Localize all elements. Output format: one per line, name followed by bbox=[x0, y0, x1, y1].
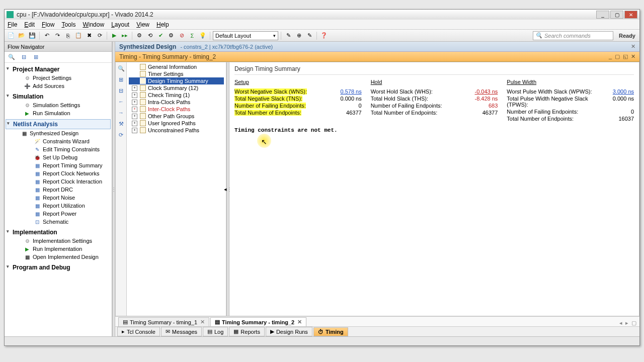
tab-prev-icon[interactable]: ◂ bbox=[619, 320, 622, 326]
redo-icon[interactable]: ↷ bbox=[53, 31, 62, 40]
expand-all-icon[interactable]: ⊞ bbox=[32, 53, 40, 61]
sigma-icon[interactable]: Σ bbox=[188, 31, 197, 40]
nav-sim-settings[interactable]: ⚙Simulation Settings bbox=[6, 101, 111, 109]
close-button[interactable]: ✕ bbox=[624, 11, 637, 19]
bottom-tab-messages[interactable]: ✉Messages bbox=[161, 327, 202, 336]
section-implementation[interactable]: Implementation bbox=[6, 228, 111, 237]
gear-icon[interactable]: ⚙ bbox=[167, 31, 176, 40]
nav-add-sources[interactable]: ➕Add Sources bbox=[6, 82, 111, 90]
tool3-icon[interactable]: ✎ bbox=[305, 31, 314, 40]
back-icon[interactable]: ← bbox=[117, 98, 125, 106]
result-tab[interactable]: ▤Timing Summary - timing_2✕ bbox=[210, 317, 306, 326]
close-icon[interactable]: ✕ bbox=[631, 53, 635, 60]
nav-constraints-wizard[interactable]: 🪄Constraints Wizard bbox=[6, 137, 111, 145]
tool2-icon[interactable]: ⊕ bbox=[294, 31, 303, 40]
impl-icon[interactable]: ⟲ bbox=[145, 31, 154, 40]
bulb-icon[interactable]: 💡 bbox=[198, 31, 207, 40]
bottom-tab-log[interactable]: ▤Log bbox=[203, 327, 228, 336]
bottom-tab-timing[interactable]: ⏱Timing bbox=[313, 327, 348, 336]
tree-item[interactable]: Design Timing Summary bbox=[129, 77, 224, 84]
tree-item[interactable]: Intra-Clock Paths bbox=[129, 99, 224, 106]
row-value[interactable]: 0.578 ns bbox=[332, 88, 362, 95]
reload-icon[interactable]: ⟳ bbox=[117, 131, 125, 139]
tree-item[interactable]: Check Timing (1) bbox=[129, 92, 224, 99]
copy-icon[interactable]: ⎘ bbox=[63, 31, 72, 40]
section-netlist[interactable]: Netlist Analysis bbox=[6, 119, 111, 129]
menu-help[interactable]: Help bbox=[156, 21, 169, 28]
paste-icon[interactable]: 📋 bbox=[74, 31, 83, 40]
filter-icon[interactable]: ⚒ bbox=[117, 120, 125, 128]
tree-item[interactable]: Inter-Clock Paths bbox=[129, 106, 224, 113]
row-value[interactable]: -0.043 ns bbox=[467, 88, 498, 95]
menu-flow[interactable]: Flow bbox=[42, 21, 54, 28]
menu-tools[interactable]: Tools bbox=[61, 21, 75, 28]
close-icon[interactable]: ✕ bbox=[297, 319, 302, 325]
nav-run-sim[interactable]: ▶Run Simulation bbox=[6, 109, 111, 117]
tree-item[interactable]: Other Path Groups bbox=[129, 113, 224, 120]
nav-report-timing[interactable]: ▦Report Timing Summary bbox=[6, 161, 111, 169]
nav-setup-debug[interactable]: 🐞Set Up Debug bbox=[6, 153, 111, 161]
expand-icon[interactable]: ⊞ bbox=[117, 75, 125, 83]
nav-report-power[interactable]: ▦Report Power bbox=[6, 210, 111, 218]
menu-file[interactable]: File bbox=[8, 21, 17, 28]
nav-impl-settings[interactable]: ⚙Implementation Settings bbox=[6, 237, 111, 245]
synth-icon[interactable]: ⚙ bbox=[135, 31, 144, 40]
section-program[interactable]: Program and Debug bbox=[6, 263, 111, 272]
tree-item[interactable]: Clock Summary (12) bbox=[129, 84, 224, 92]
run-icon[interactable]: ▶ bbox=[110, 31, 119, 40]
open-icon[interactable]: 📂 bbox=[17, 31, 26, 40]
search-icon[interactable]: 🔍 bbox=[117, 64, 125, 72]
new-icon[interactable]: 📄 bbox=[7, 31, 16, 40]
refresh-icon[interactable]: ⟳ bbox=[95, 31, 104, 40]
nav-edit-timing[interactable]: ✎Edit Timing Constraints bbox=[6, 145, 111, 153]
close-icon[interactable]: ✕ bbox=[631, 43, 635, 50]
tree-item[interactable]: Unconstrained Paths bbox=[129, 127, 224, 134]
result-tab[interactable]: ▤Timing Summary - timing_1✕ bbox=[118, 317, 209, 326]
tree-item[interactable]: Timer Settings bbox=[129, 70, 224, 77]
nav-report-clock-net[interactable]: ▦Report Clock Networks bbox=[6, 169, 111, 177]
cancel-icon[interactable]: ✖ bbox=[85, 31, 94, 40]
nav-report-util[interactable]: ▦Report Utilization bbox=[6, 202, 111, 210]
menu-layout[interactable]: Layout bbox=[111, 21, 129, 28]
maximize-icon[interactable]: ◱ bbox=[623, 53, 628, 60]
bottom-tab-design-runs[interactable]: ▶Design Runs bbox=[266, 327, 312, 336]
stop-icon[interactable]: ⊘ bbox=[177, 31, 186, 40]
nav-project-settings[interactable]: ⚙Project Settings bbox=[6, 74, 111, 82]
nav-synth-design[interactable]: ▦Synthesized Design bbox=[6, 129, 111, 137]
minimize-icon[interactable]: _ bbox=[609, 53, 612, 60]
section-simulation[interactable]: Simulation bbox=[6, 92, 111, 101]
maximize-button[interactable]: ▢ bbox=[610, 11, 623, 19]
bottom-tab-tcl-console[interactable]: ▸Tcl Console bbox=[117, 327, 160, 336]
minimize-button[interactable]: _ bbox=[596, 11, 609, 19]
collapse-icon[interactable]: ⊟ bbox=[117, 86, 125, 95]
undo-icon[interactable]: ↶ bbox=[42, 31, 51, 40]
bottom-tab-reports[interactable]: ▦Reports bbox=[229, 327, 265, 336]
nav-report-drc[interactable]: ▦Report DRC bbox=[6, 186, 111, 194]
tool1-icon[interactable]: ✎ bbox=[284, 31, 293, 40]
close-icon[interactable]: ✕ bbox=[200, 319, 205, 325]
menu-edit[interactable]: Edit bbox=[24, 21, 35, 28]
collapse-all-icon[interactable]: ⊟ bbox=[20, 53, 28, 61]
nav-run-impl[interactable]: ▶Run Implementation bbox=[6, 245, 111, 253]
tab-next-icon[interactable]: ▸ bbox=[625, 320, 628, 326]
row-value[interactable]: 3.000 ns bbox=[604, 88, 634, 95]
nav-open-impl[interactable]: ▦Open Implemented Design bbox=[6, 253, 111, 261]
nav-report-clock-int[interactable]: ▦Report Clock Interaction bbox=[6, 177, 111, 186]
forward-icon[interactable]: → bbox=[117, 109, 125, 117]
tab-menu-icon[interactable]: ▢ bbox=[631, 320, 636, 326]
run-step-icon[interactable]: ▸▸ bbox=[120, 31, 129, 40]
menu-view[interactable]: View bbox=[136, 21, 149, 28]
layout-dropdown[interactable]: Default Layout bbox=[213, 31, 278, 40]
menu-window[interactable]: Window bbox=[83, 21, 104, 28]
nav-report-noise[interactable]: ▦Report Noise bbox=[6, 194, 111, 202]
tree-item[interactable]: General Information bbox=[129, 63, 224, 70]
save-icon[interactable]: 💾 bbox=[28, 31, 37, 40]
search-icon[interactable]: 🔍 bbox=[8, 53, 16, 61]
help-icon[interactable]: ❓ bbox=[319, 31, 329, 40]
restore-icon[interactable]: ▢ bbox=[615, 53, 620, 60]
section-project-manager[interactable]: Project Manager bbox=[6, 65, 111, 74]
search-input[interactable]: 🔍 Search commands bbox=[533, 31, 613, 40]
check-icon[interactable]: ✔ bbox=[156, 31, 165, 40]
nav-schematic[interactable]: ⊡Schematic bbox=[6, 218, 111, 226]
tree-item[interactable]: User Ignored Paths bbox=[129, 120, 224, 127]
